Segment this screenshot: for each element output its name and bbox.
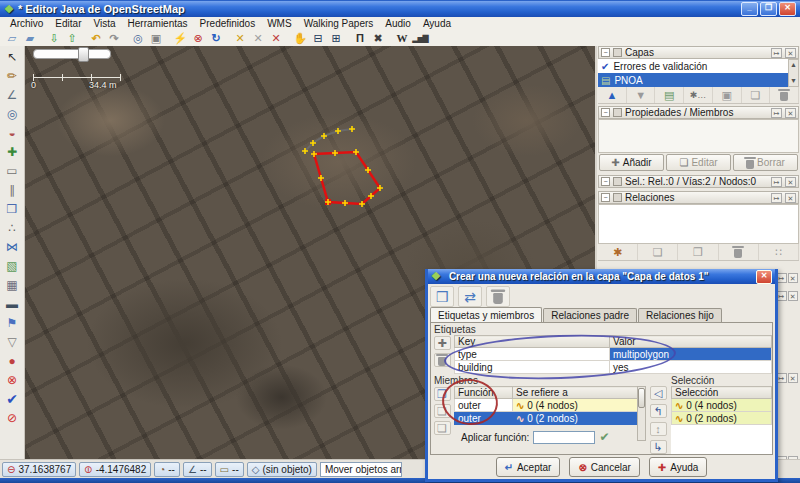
download-icon[interactable]: ⇩ bbox=[45, 31, 63, 45]
add-selection-top-icon[interactable]: ◁ bbox=[650, 386, 667, 400]
tags-col-key[interactable]: Key bbox=[455, 336, 610, 348]
selection-row[interactable]: ∿ 0 (2 nodos) bbox=[672, 412, 772, 425]
car-preset-icon[interactable]: ⊟ bbox=[309, 31, 327, 45]
tag-row[interactable]: type multipolygon bbox=[455, 348, 772, 361]
close-panel-icon[interactable]: ✕ bbox=[785, 48, 796, 58]
member-row[interactable]: outer ∿ 0 (4 nodos) bbox=[455, 399, 638, 412]
menu-wms[interactable]: WMS bbox=[261, 18, 297, 29]
layer-delete-icon[interactable] bbox=[770, 87, 799, 103]
members-scrollbar[interactable] bbox=[637, 386, 646, 441]
propiedades-table[interactable] bbox=[598, 119, 799, 153]
mirror-icon[interactable]: ⋈ bbox=[2, 237, 23, 256]
dialog-title-bar[interactable]: ❖ Crear una nueva relación en la capa "C… bbox=[428, 269, 775, 284]
minimize-button[interactable]: _ bbox=[741, 2, 758, 16]
close-panel-icon[interactable]: ✕ bbox=[788, 291, 799, 301]
paste-tags-icon[interactable]: ❒ bbox=[430, 286, 454, 307]
collapse-icon[interactable]: − bbox=[601, 193, 610, 202]
scroll-up-icon[interactable]: ▲ bbox=[789, 60, 798, 70]
delete-tag-icon[interactable] bbox=[434, 353, 451, 367]
zoom-slider[interactable] bbox=[33, 49, 111, 59]
upload-icon[interactable]: ⇧ bbox=[63, 31, 81, 45]
relation-duplicate-icon[interactable]: ❒ bbox=[678, 244, 718, 260]
tools-yellow-icon[interactable]: ✕ bbox=[231, 31, 249, 45]
close-panel-icon[interactable]: ✕ bbox=[788, 273, 799, 283]
pan-icon[interactable]: ✋ bbox=[291, 31, 309, 45]
cancel-button[interactable]: ⊗ Cancelar bbox=[569, 457, 639, 477]
restriction-preset-icon[interactable]: ⊗ bbox=[189, 31, 207, 45]
pin-icon[interactable]: ↦ bbox=[771, 108, 782, 118]
bus-preset-icon[interactable]: ⊞ bbox=[327, 31, 345, 45]
delete-preset-icon[interactable]: ✖ bbox=[369, 31, 387, 45]
members-col-role[interactable]: Función bbox=[455, 387, 513, 399]
relation-new-icon[interactable]: ✱ bbox=[598, 244, 638, 260]
layer-activate-icon[interactable]: ▤ bbox=[655, 87, 684, 103]
error-icon[interactable]: ⊗ bbox=[2, 370, 23, 389]
collapse-icon[interactable]: − bbox=[601, 177, 610, 186]
wikipedia-icon[interactable]: W bbox=[393, 31, 411, 45]
flag-icon[interactable]: ⚑ bbox=[2, 313, 23, 332]
relaciones-list[interactable] bbox=[598, 204, 799, 244]
selection-row[interactable]: ∿ 0 (4 nodos) bbox=[672, 399, 772, 412]
layer-merge-icon[interactable]: ▣ bbox=[713, 87, 742, 103]
photo-icon[interactable]: ▦ bbox=[2, 275, 23, 294]
tags-col-value[interactable]: Valor bbox=[610, 336, 772, 348]
chart-icon[interactable]: ▂▅▇ bbox=[411, 31, 429, 45]
help-button[interactable]: ✚ Ayuda bbox=[649, 457, 708, 477]
collapse-icon[interactable]: − bbox=[601, 48, 610, 57]
layer-row-pnoa[interactable]: ▤ PNOA bbox=[598, 73, 788, 87]
parallel-icon[interactable]: ∥ bbox=[2, 180, 23, 199]
member-tag2-icon[interactable]: ❏ bbox=[434, 421, 451, 435]
scroll-down-icon[interactable]: ▼ bbox=[789, 76, 798, 86]
menu-editar[interactable]: Editar bbox=[49, 18, 87, 29]
noentry-icon[interactable]: ⊘ bbox=[2, 408, 23, 427]
close-button[interactable]: ✕ bbox=[779, 2, 796, 16]
map-way[interactable] bbox=[305, 129, 352, 151]
new-icon[interactable]: ▱ bbox=[3, 31, 21, 45]
zoom-slider-thumb[interactable] bbox=[78, 47, 89, 62]
redo-icon[interactable]: ↷ bbox=[105, 31, 123, 45]
tag-icon[interactable]: ❒ bbox=[2, 199, 23, 218]
tools-gray-icon[interactable]: ✕ bbox=[249, 31, 267, 45]
undo-icon[interactable]: ↶ bbox=[87, 31, 105, 45]
maximize-button[interactable]: ❐ bbox=[760, 2, 777, 16]
select-icon[interactable]: ↖ bbox=[2, 47, 23, 66]
add-selection-after-icon[interactable]: ↳ bbox=[650, 440, 667, 454]
wms-icon[interactable]: ▧ bbox=[2, 256, 23, 275]
save-icon[interactable]: ▰ bbox=[21, 31, 39, 45]
relation-edit-icon[interactable]: ❏ bbox=[638, 244, 678, 260]
zoom-edit-icon[interactable]: ◎ bbox=[129, 31, 147, 45]
add-property-button[interactable]: ✚ Añadir bbox=[599, 154, 664, 171]
menu-predefinidos[interactable]: Predefinidos bbox=[194, 18, 262, 29]
pin-icon[interactable]: ↦ bbox=[771, 193, 782, 203]
accept-button[interactable]: ↵ Aceptar bbox=[496, 457, 561, 477]
selection-col-header[interactable]: Selección bbox=[672, 387, 772, 399]
tab-relaciones-hijo[interactable]: Relaciones hijo bbox=[638, 308, 722, 323]
preferences-icon[interactable]: ▣ bbox=[147, 31, 165, 45]
close-panel-icon[interactable]: ✕ bbox=[785, 108, 796, 118]
edit-property-button[interactable]: ❏ Editar bbox=[666, 154, 731, 171]
menu-ayuda[interactable]: Ayuda bbox=[417, 18, 457, 29]
layer-row-validation[interactable]: ✔ Errores de validación bbox=[598, 59, 788, 73]
layer-duplicate-icon[interactable]: ❏ bbox=[742, 87, 771, 103]
tab-relaciones-padre[interactable]: Relaciones padre bbox=[543, 308, 637, 323]
update-icon[interactable]: ↻ bbox=[207, 31, 225, 45]
validate-icon[interactable]: ✔ bbox=[2, 389, 23, 408]
pin-icon[interactable]: ↦ bbox=[771, 48, 782, 58]
relation-select-icon[interactable]: ∷ bbox=[759, 244, 799, 260]
paint-icon[interactable]: ◒ bbox=[2, 123, 23, 142]
layer-opacity-icon[interactable]: ✱… bbox=[684, 87, 713, 103]
add-selection-before-icon[interactable]: ↰ bbox=[650, 404, 667, 418]
filter-icon[interactable]: ▽ bbox=[2, 332, 23, 351]
pylon-preset-icon[interactable]: ⚡ bbox=[171, 31, 189, 45]
apply-check-icon[interactable]: ✔ bbox=[599, 430, 609, 444]
close-panel-icon[interactable]: ✕ bbox=[785, 193, 796, 203]
tools-red-icon[interactable]: ✕ bbox=[267, 31, 285, 45]
bucket-icon[interactable]: ● bbox=[2, 351, 23, 370]
audio-icon[interactable]: ▬ bbox=[2, 294, 23, 313]
close-panel-icon[interactable]: ✕ bbox=[785, 177, 796, 187]
extrude-icon[interactable]: ▭ bbox=[2, 161, 23, 180]
tab-etiquetas-miembros[interactable]: Etiquetas y miembros bbox=[430, 307, 542, 322]
relation-icon[interactable]: ∴ bbox=[2, 218, 23, 237]
member-row[interactable]: outer ∿ 0 (2 nodos) bbox=[455, 412, 638, 425]
pin-icon[interactable]: ↦ bbox=[771, 177, 782, 187]
